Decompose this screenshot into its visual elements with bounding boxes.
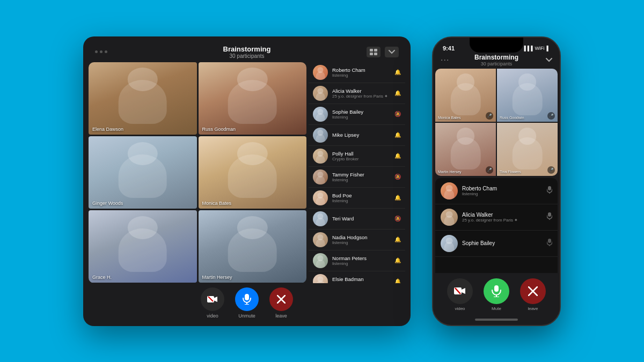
participant-name-tammy: Tammy Fisher bbox=[332, 172, 390, 178]
mute-icon-sophie: 🔕 bbox=[394, 111, 401, 117]
phone-mic-icon-sophie bbox=[547, 239, 552, 248]
tablet-video-grid: Elena Dawson Russ Goodman Ginger Woods M… bbox=[89, 62, 306, 283]
phone-leave-button[interactable]: leave bbox=[520, 278, 546, 311]
leave-button-label: leave bbox=[275, 313, 287, 319]
participant-status-norman: listening bbox=[332, 261, 390, 266]
mute-icon-tammy: 🔕 bbox=[394, 174, 401, 180]
video-name-monica: Monica Bates bbox=[202, 201, 232, 206]
video-button-label: video bbox=[207, 313, 218, 319]
participant-nadia[interactable]: Nadia Hodgson listening 🔔 bbox=[309, 230, 405, 250]
phone-participant-name-alicia: Alicia Walker bbox=[462, 212, 543, 218]
phone-video-button[interactable]: video bbox=[447, 278, 473, 311]
video-button[interactable]: video bbox=[201, 287, 224, 319]
unmute-icon-circle bbox=[235, 287, 259, 311]
phone-leave-icon-circle bbox=[520, 278, 546, 304]
phone-avatar-sophie bbox=[441, 235, 458, 252]
video-name-grace: Grace H. bbox=[92, 275, 112, 280]
phone-mute-button-label: Mute bbox=[492, 306, 501, 311]
participant-info-sophie: Sophie Bailey listening bbox=[332, 109, 390, 120]
phone-avatar-roberto bbox=[441, 182, 458, 200]
mute-icon-nadia: 🔔 bbox=[394, 237, 401, 242]
tablet-participant-count: 30 participants bbox=[223, 53, 271, 59]
mute-icon-alicia: 🔔 bbox=[394, 90, 401, 96]
phone-participant-roberto[interactable]: Roberto Cham listening bbox=[435, 178, 558, 204]
svg-rect-0 bbox=[370, 49, 373, 51]
unmute-button-label: Unmute bbox=[238, 313, 255, 319]
participant-info-bud: Bud Poe listening bbox=[332, 193, 390, 203]
phone-participant-alicia[interactable]: Alicia Walker 25 y.o. designer from Pari… bbox=[435, 204, 558, 231]
phone-participant-sophie[interactable]: Sophie Bailey bbox=[435, 231, 558, 257]
participant-info-alicia: Alicia Walker 25 y.o. designer from Pari… bbox=[332, 88, 390, 99]
grid-view-button[interactable] bbox=[367, 47, 380, 57]
participant-status-alicia: 25 y.o. designer from Paris ✦ bbox=[332, 94, 390, 99]
mute-icon-elsie: 🔔 bbox=[394, 278, 401, 283]
phone-menu-dots[interactable]: ··· bbox=[441, 55, 449, 65]
participant-alicia[interactable]: Alicia Walker 25 y.o. designer from Pari… bbox=[309, 83, 405, 104]
participant-name-norman: Norman Peters bbox=[332, 255, 390, 261]
participant-tammy[interactable]: Tammy Fisher listening 🔕 bbox=[309, 167, 405, 188]
participant-norman[interactable]: Norman Peters listening 🔔 bbox=[309, 250, 405, 271]
participant-sophie[interactable]: Sophie Bailey listening 🔕 bbox=[309, 104, 405, 125]
avatar-elsie bbox=[313, 274, 328, 283]
phone-video-grid: Monica Bates 🎤 Russ Goodwin 🎤 Martin Her… bbox=[435, 69, 558, 176]
participant-status-sophie: listening bbox=[332, 115, 390, 120]
mute-icon-mike: 🔔 bbox=[394, 132, 401, 138]
home-indicator bbox=[475, 319, 518, 321]
phone-mic-tina: 🎤 bbox=[547, 166, 555, 174]
phone-mic-martin: 🎤 bbox=[486, 166, 493, 174]
phone-header: ··· Brainstorming 30 participants bbox=[433, 51, 560, 69]
devices-container: Brainstorming 30 participants bbox=[83, 36, 561, 326]
phone-participant-count: 30 participants bbox=[474, 61, 518, 67]
phone-avatar-alicia bbox=[441, 209, 458, 226]
avatar-nadia bbox=[313, 232, 328, 247]
tablet-controls: video Unmute bbox=[89, 283, 405, 321]
phone-participant-info-alicia: Alicia Walker 25 y.o. designer from Pari… bbox=[462, 212, 543, 223]
phone-video-button-label: video bbox=[455, 306, 465, 311]
phone-chevron-icon[interactable] bbox=[546, 56, 552, 64]
avatar-roberto bbox=[313, 65, 328, 80]
svg-rect-13 bbox=[548, 212, 551, 217]
participant-roberto[interactable]: Roberto Cham listening 🔔 bbox=[309, 62, 405, 83]
battery-icon: ▌ bbox=[547, 46, 550, 51]
avatar-tammy bbox=[313, 169, 328, 184]
unmute-button[interactable]: Unmute bbox=[235, 287, 259, 319]
participant-info-mike: Mike Lipsey bbox=[332, 132, 390, 138]
video-cell-martin: Martin Hersey bbox=[199, 210, 307, 283]
participant-info-tammy: Tammy Fisher listening bbox=[332, 172, 390, 182]
participant-polly[interactable]: Polly Hall Crypto Broker 🔔 bbox=[309, 146, 405, 167]
phone-participant-status-roberto: listening bbox=[462, 191, 543, 196]
svg-rect-1 bbox=[374, 49, 377, 51]
participant-status-nadia: listening bbox=[332, 240, 390, 245]
chevron-down-icon[interactable] bbox=[385, 47, 399, 57]
participant-bud[interactable]: Bud Poe listening 🔔 bbox=[309, 188, 405, 209]
participant-name-alicia: Alicia Walker bbox=[332, 88, 390, 94]
phone-call-title: Brainstorming bbox=[474, 54, 518, 61]
participant-teri[interactable]: Teri Ward 🔕 bbox=[309, 209, 405, 230]
phone-mute-button[interactable]: Mute bbox=[484, 278, 509, 311]
avatar-polly bbox=[313, 149, 328, 164]
wifi-icon: WiFi bbox=[535, 46, 545, 51]
participant-info-elsie: Elsie Badman listening bbox=[332, 276, 390, 283]
phone-video-name-russ: Russ Goodwin bbox=[500, 116, 524, 120]
participant-mike[interactable]: Mike Lipsey 🔔 bbox=[309, 125, 405, 146]
tablet-body: Elena Dawson Russ Goodman Ginger Woods M… bbox=[89, 62, 405, 283]
avatar-sophie bbox=[313, 107, 328, 122]
participant-info-norman: Norman Peters listening bbox=[332, 255, 390, 266]
participant-info-polly: Polly Hall Crypto Broker bbox=[332, 151, 390, 161]
phone-mic-icon-roberto bbox=[547, 186, 552, 195]
participant-info-teri: Teri Ward bbox=[332, 216, 390, 221]
phone-controls: video Mute bbox=[433, 273, 560, 314]
leave-button[interactable]: leave bbox=[269, 287, 293, 319]
participant-status-tammy: listening bbox=[332, 178, 390, 182]
participant-elsie[interactable]: Elsie Badman listening 🔔 bbox=[309, 271, 405, 283]
phone-title-block: Brainstorming 30 participants bbox=[474, 54, 518, 67]
participant-status-bud: listening bbox=[332, 198, 390, 203]
participant-status-roberto: listening bbox=[332, 73, 390, 78]
tablet-menu-dots[interactable] bbox=[95, 50, 107, 53]
phone-video-monica: Monica Bates 🎤 bbox=[435, 69, 496, 122]
tablet-header-icons bbox=[367, 47, 399, 57]
phone-participant-name-sophie: Sophie Bailey bbox=[462, 240, 543, 246]
participant-info-roberto: Roberto Cham listening bbox=[332, 67, 390, 78]
tablet-call-title: Brainstorming bbox=[223, 45, 271, 53]
video-name-russ: Russ Goodman bbox=[202, 127, 236, 132]
